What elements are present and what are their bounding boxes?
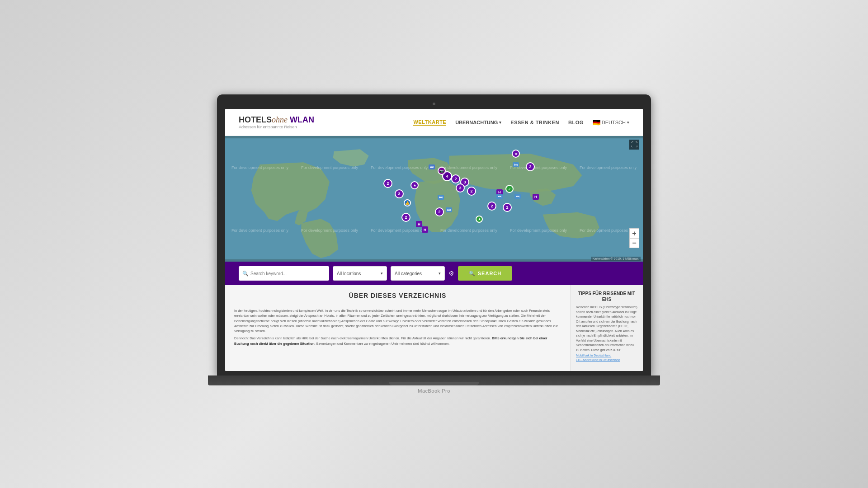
special-marker-2[interactable]: ✓ (505, 185, 514, 193)
macbook-label: MacBook Pro (418, 388, 450, 394)
map-attribution: Kartendaten © 2019, 1 MBit max. (591, 257, 641, 261)
categories-chevron: ▾ (439, 271, 441, 276)
cluster-2-asia[interactable]: 2 (526, 162, 535, 171)
nav-blog[interactable]: BLOG (568, 120, 584, 125)
bed-marker-top[interactable]: 🛏 (429, 164, 435, 169)
flag-icon: 🇩🇪 (593, 119, 600, 126)
logo-area: HOTELSohne WLAN Adressen für entspannte … (239, 116, 314, 129)
cluster-marker-3a[interactable]: 3 (395, 189, 404, 198)
laptop-container: HOTELSohne WLAN Adressen für entspannte … (212, 94, 656, 394)
search-btn-icon: 🔍 (469, 271, 476, 277)
sidebar-link-2[interactable]: LTE-Abdeckung in Deutschland (576, 358, 637, 361)
logo-tagline: Adressen für entspannte Reisen (239, 125, 314, 129)
cluster-marker-2b[interactable]: 👍 (404, 199, 411, 206)
cluster-marker-2d[interactable]: 2 (467, 187, 476, 196)
logo-ohne: ohne (272, 115, 288, 124)
fullscreen-button[interactable]: ⛶ (629, 140, 639, 150)
search-bar-section: 🔍 All locations ▾ All categories ▾ ⚙ 🔍 S… (225, 262, 643, 285)
main-body-text-2: Dennoch: Das Verzeichnis kann lediglich … (234, 336, 561, 346)
search-icon: 🔍 (242, 271, 249, 277)
special-marker-1[interactable]: ★ (410, 181, 419, 189)
cluster-marker-2c[interactable]: 2 (451, 174, 460, 183)
locations-chevron: ▾ (381, 271, 383, 276)
locations-dropdown[interactable]: All locations ▾ (333, 266, 387, 281)
special-marker-3[interactable]: ★ (476, 216, 483, 223)
camera-dot (433, 103, 435, 105)
bed-marker-asia[interactable]: 🛏 (513, 162, 519, 167)
cluster-marker-2e[interactable]: 2 (487, 202, 496, 211)
zoom-in-button[interactable]: + (629, 228, 639, 238)
main-content-area: ÜBER DIESES VERZEICHNIS In der heutigen,… (225, 285, 571, 371)
cluster-marker-2h[interactable]: 2 (401, 213, 410, 222)
bed-marker-1[interactable]: 🛏 (438, 195, 444, 200)
logo-text: HOTELSohne WLAN (239, 116, 314, 124)
nav-weltkarte[interactable]: WELTKARTE (413, 119, 446, 126)
search-keyword-wrapper: 🔍 (239, 266, 329, 281)
sidebar-content-area: TIPPS FÜR REISENDE MIT EHS Reisende mit … (571, 285, 643, 371)
title-line-right (450, 298, 486, 298)
bed-marker-3[interactable]: 🛏 (496, 194, 503, 199)
screen-bezel: HOTELSohne WLAN Adressen für entspannte … (217, 94, 651, 375)
bed-marker-2[interactable]: 🛏 (446, 207, 452, 212)
main-title: ÜBER DIESES VERZEICHNIS (349, 292, 447, 299)
special-marker-top[interactable]: ★ (512, 150, 520, 158)
categories-dropdown[interactable]: All categories ▾ (391, 266, 445, 281)
sidebar-link-1[interactable]: Mobilfunk in Deutschland (576, 354, 637, 357)
language-label: DEUTSCH (602, 120, 626, 125)
search-button[interactable]: 🔍 SEARCH (458, 266, 512, 281)
cluster-marker-2g[interactable]: 2 (435, 207, 444, 216)
site-header: HOTELSohne WLAN Adressen für entspannte … (225, 109, 643, 136)
bed-marker-4[interactable]: 🛏 (514, 194, 521, 199)
search-btn-label: SEARCH (478, 271, 501, 276)
title-decorator: ÜBER DIESES VERZEICHNIS (234, 292, 561, 304)
search-keyword-input[interactable] (250, 271, 326, 276)
cluster-marker-2a[interactable]: 2 (383, 179, 392, 188)
main-body-text-1: In der heutigen, hochtechnologisierten u… (234, 308, 561, 333)
sidebar-title: TIPPS FÜR REISENDE MIT EHS (576, 291, 637, 302)
nav-uebernachtung[interactable]: ÜBERNACHTUNG ▾ (455, 120, 501, 125)
sidebar-body-text: Reisende mit EHS (Elektrohypersensibilit… (576, 305, 637, 352)
laptop-base (208, 375, 660, 385)
map-container[interactable]: For development purposes only For develo… (225, 136, 643, 262)
language-selector[interactable]: 🇩🇪 DEUTSCH ▾ (593, 119, 629, 126)
lang-chevron: ▾ (627, 120, 629, 125)
hotel-h-small[interactable]: H (416, 221, 422, 227)
screen: HOTELSohne WLAN Adressen für entspannte … (225, 109, 643, 371)
cluster-marker-3c[interactable]: 3 (456, 183, 465, 192)
title-line-left (309, 298, 345, 298)
hotel-marker-h2[interactable]: H (533, 194, 539, 200)
main-nav: WELTKARTE ÜBERNACHTUNG ▾ ESSEN & TRINKEN… (413, 119, 629, 126)
settings-icon[interactable]: ⚙ (448, 270, 454, 277)
logo-wlan: WLAN (290, 115, 314, 124)
logo-hotels: HOTELS (239, 115, 272, 124)
zoom-controls: + − (629, 228, 639, 248)
hotel-h-small2[interactable]: H (422, 226, 428, 233)
map-controls: ⛶ (629, 140, 639, 150)
zoom-out-button[interactable]: − (629, 238, 639, 248)
special-marker-4[interactable]: 📷 (438, 167, 446, 175)
nav-essen[interactable]: ESSEN & TRINKEN (510, 120, 559, 125)
cluster-marker-2f[interactable]: 2 (503, 203, 512, 212)
content-section: ÜBER DIESES VERZEICHNIS In der heutigen,… (225, 285, 643, 371)
uebernachtung-chevron: ▾ (499, 120, 501, 125)
world-map-svg (225, 136, 643, 262)
